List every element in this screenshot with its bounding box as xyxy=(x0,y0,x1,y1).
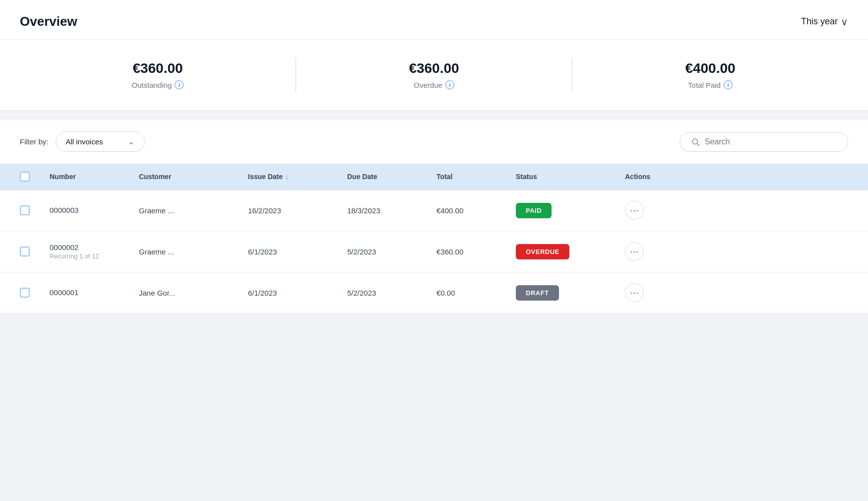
overdue-label-row: Overdue i xyxy=(296,80,572,89)
row1-customer: Graeme ... xyxy=(139,206,248,215)
row2-issue-date: 6/1/2023 xyxy=(248,248,347,256)
row1-issue-date: 16/2/2023 xyxy=(248,206,347,215)
row3-checkbox-cell xyxy=(20,288,50,298)
row1-status-badge: PAID xyxy=(516,203,552,218)
search-input[interactable] xyxy=(705,137,837,146)
row1-actions-button[interactable]: ··· xyxy=(625,201,644,220)
invoices-table: Number Customer Issue Date ↓ Due Date To… xyxy=(0,164,868,313)
row3-status-badge: DRAFT xyxy=(516,285,559,301)
table-row: 0000002 Recurring 1 of 12 Graeme ... 6/1… xyxy=(0,231,868,272)
search-box xyxy=(680,132,848,152)
row2-number: 0000002 Recurring 1 of 12 xyxy=(50,243,139,260)
stats-section: €360.00 Outstanding i €360.00 Overdue i … xyxy=(0,40,868,111)
row2-actions-button[interactable]: ··· xyxy=(625,242,644,261)
row1-status: PAID xyxy=(516,203,625,218)
filter-select-dropdown[interactable]: All invoices ⌄ xyxy=(56,131,145,152)
total-paid-label: Total Paid xyxy=(688,81,721,89)
row1-actions: ··· xyxy=(625,201,684,220)
row1-due-date: 18/3/2023 xyxy=(347,206,436,215)
stat-total-paid: €400.00 Total Paid i xyxy=(572,61,848,89)
row3-due-date: 5/2/2023 xyxy=(347,289,436,297)
row3-actions-button[interactable]: ··· xyxy=(625,283,644,302)
row2-actions: ··· xyxy=(625,242,684,261)
row3-actions: ··· xyxy=(625,283,684,302)
total-paid-label-row: Total Paid i xyxy=(572,80,848,89)
total-paid-info-icon[interactable]: i xyxy=(724,80,733,89)
row1-total: €400.00 xyxy=(436,206,516,215)
sort-down-icon: ↓ xyxy=(285,173,289,181)
row2-checkbox-cell xyxy=(20,247,50,256)
filter-left: Filter by: All invoices ⌄ xyxy=(20,131,145,152)
row2-number-sub: Recurring 1 of 12 xyxy=(50,252,139,260)
row3-customer: Jane Gor... xyxy=(139,289,248,297)
row2-customer: Graeme ... xyxy=(139,248,248,256)
stat-outstanding: €360.00 Outstanding i xyxy=(20,61,296,89)
overview-header: Overview This year ∨ xyxy=(0,0,868,40)
filter-select-value: All invoices xyxy=(66,137,103,146)
th-checkbox xyxy=(20,172,50,182)
row2-checkbox[interactable] xyxy=(20,247,30,256)
year-filter-label: This year xyxy=(801,16,838,27)
row1-number: 0000003 xyxy=(50,206,139,215)
overdue-amount: €360.00 xyxy=(296,61,572,76)
stat-overdue: €360.00 Overdue i xyxy=(296,61,572,89)
year-filter-chevron-icon: ∨ xyxy=(841,16,848,28)
filter-chevron-down-icon: ⌄ xyxy=(128,137,134,146)
outstanding-amount: €360.00 xyxy=(20,61,296,76)
search-icon xyxy=(691,137,700,146)
row1-checkbox-cell xyxy=(20,205,50,215)
outstanding-label: Outstanding xyxy=(132,81,172,89)
select-all-checkbox[interactable] xyxy=(20,172,30,182)
row3-status: DRAFT xyxy=(516,285,625,301)
total-paid-amount: €400.00 xyxy=(572,61,848,76)
table-header-row: Number Customer Issue Date ↓ Due Date To… xyxy=(0,164,868,190)
th-issue-date[interactable]: Issue Date ↓ xyxy=(248,173,347,181)
overdue-info-icon[interactable]: i xyxy=(445,80,454,89)
outstanding-info-icon[interactable]: i xyxy=(175,80,184,89)
th-total: Total xyxy=(436,173,516,181)
svg-point-0 xyxy=(692,139,698,144)
row3-number: 0000001 xyxy=(50,288,139,298)
row2-due-date: 5/2/2023 xyxy=(347,248,436,256)
filter-bar: Filter by: All invoices ⌄ xyxy=(0,120,868,164)
overdue-label: Overdue xyxy=(414,81,442,89)
filter-by-label: Filter by: xyxy=(20,137,49,146)
th-customer: Customer xyxy=(139,173,248,181)
row2-status: OVERDUE xyxy=(516,244,625,259)
outstanding-label-row: Outstanding i xyxy=(20,80,296,89)
row3-total: €0.00 xyxy=(436,289,516,297)
svg-line-1 xyxy=(697,143,699,145)
row1-checkbox[interactable] xyxy=(20,205,30,215)
th-status: Status xyxy=(516,173,625,181)
table-row: 0000001 Jane Gor... 6/1/2023 5/2/2023 €0… xyxy=(0,272,868,313)
row2-total: €360.00 xyxy=(436,248,516,256)
row3-issue-date: 6/1/2023 xyxy=(248,289,347,297)
year-filter-button[interactable]: This year ∨ xyxy=(801,16,848,28)
row3-checkbox[interactable] xyxy=(20,288,30,298)
row2-status-badge: OVERDUE xyxy=(516,244,569,259)
th-actions: Actions xyxy=(625,173,684,181)
table-row: 0000003 Graeme ... 16/2/2023 18/3/2023 €… xyxy=(0,190,868,231)
th-number: Number xyxy=(50,173,139,181)
page-wrapper: Overview This year ∨ €360.00 Outstanding… xyxy=(0,0,868,501)
th-due-date: Due Date xyxy=(347,173,436,181)
page-title: Overview xyxy=(20,14,77,29)
